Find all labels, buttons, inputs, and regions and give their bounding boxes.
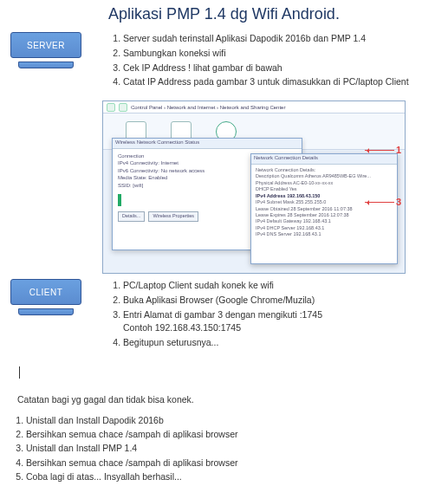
text-cursor	[19, 366, 20, 379]
signal-icon	[118, 194, 137, 206]
page-title: Aplikasi PMP 1.4 dg Wifi Android.	[7, 5, 441, 23]
example-text: Contoh 192.168.43.150:1745	[123, 322, 241, 333]
list-item: PC/Laptop Client sudah konek ke wifi	[123, 279, 441, 293]
client-node: CLIENT	[10, 279, 81, 305]
list-item: Buka Aplikasi Browser (Google Chrome/Muz…	[123, 294, 441, 308]
breadcrumb: Control Panel › Network and Internet › N…	[131, 105, 285, 110]
server-shape: SERVER	[7, 32, 85, 90]
screenshot-windows-network: Control Panel › Network and Internet › N…	[102, 100, 406, 274]
window-title: Network Connection Details	[251, 154, 397, 165]
detail-line: Physical Address AC-E0-10-xx-xx-xx	[256, 180, 393, 186]
details-button[interactable]: Details...	[118, 211, 145, 222]
troubleshoot-list: Unistall dan Install Dapodik 2016b Bersi…	[7, 413, 441, 483]
detail-line: IPv4 DNS Server 192.168.43.1	[256, 231, 393, 237]
window-title: Wireless Network Connection Status	[113, 139, 302, 149]
server-stand	[18, 62, 74, 68]
list-item: Bersihkan semua chace /sampah di aplikas…	[26, 456, 441, 470]
server-node: SERVER	[10, 32, 81, 58]
note-heading: Catatan bagi yg gagal dan tidak bisa kon…	[17, 394, 441, 405]
forward-icon	[119, 103, 127, 112]
client-section: CLIENT PC/Laptop Client sudah konek ke w…	[7, 279, 441, 351]
list-item: Cek IP Address ! lihat gambar di bawah	[123, 62, 441, 75]
server-steps: Server sudah terinstall Aplikasi Dapodik…	[104, 32, 441, 90]
client-shape: CLIENT	[7, 279, 85, 351]
marker-1: 1	[365, 145, 401, 155]
list-item: Sambungkan koneksi wifi	[123, 47, 441, 61]
client-steps: PC/Laptop Client sudah konek ke wifi Buk…	[104, 279, 441, 351]
list-item: Unistall dan Install Dapodik 2016b	[26, 413, 441, 427]
marker-3: 3	[365, 197, 401, 207]
window-connection-details: Network Connection Details Network Conne…	[250, 153, 398, 264]
list-item: Entri Alamat di gambar 3 dengan mengikut…	[123, 308, 441, 336]
detail-line: IPv4 DHCP Server 192.168.43.1	[256, 225, 393, 231]
list-item: Coba lagi di atas... Insyallah berhasil.…	[26, 470, 441, 483]
detail-line: DHCP Enabled Yes	[256, 186, 393, 192]
client-stand	[18, 308, 74, 315]
list-item: Catat IP Address pada gambar 3 untuk dim…	[123, 75, 441, 89]
server-section: SERVER Server sudah terinstall Aplikasi …	[7, 32, 441, 90]
screenshot-toolbar: Control Panel › Network and Internet › N…	[103, 101, 405, 113]
back-icon	[107, 103, 115, 112]
detail-line: Network Connection Details:	[256, 167, 393, 173]
list-item: Begitupun seturusnya...	[123, 336, 441, 350]
list-item: Bersihkan semua chace /sampah di aplikas…	[26, 427, 441, 441]
list-item: Server sudah terinstall Aplikasi Dapodik…	[123, 32, 441, 46]
wireless-properties-button[interactable]: Wireless Properties	[148, 211, 198, 222]
detail-line: Lease Expires 28 September 2016 12:07:38	[256, 212, 393, 218]
detail-line: Description Qualcomm Atheros AR9485WB-EG…	[256, 173, 393, 179]
detail-line: IPv4 Default Gateway 192.168.43.1	[256, 218, 393, 224]
list-item: Unistall dan Install PMP 1.4	[26, 441, 441, 455]
